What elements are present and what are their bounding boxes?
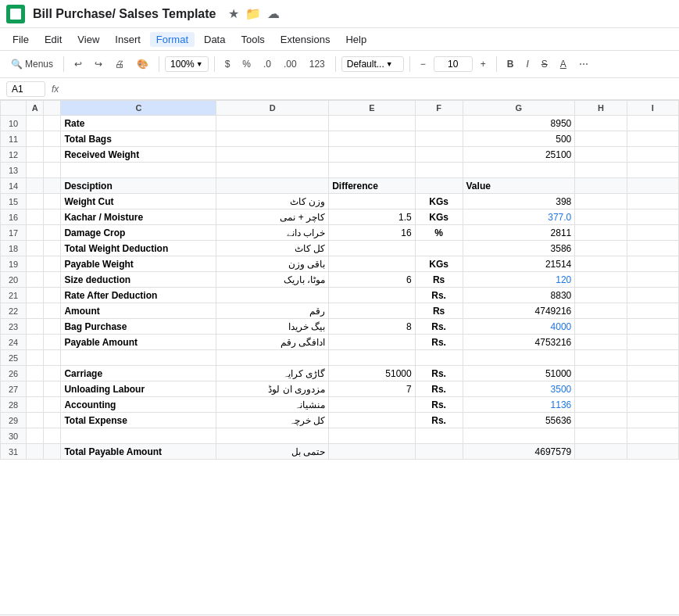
cell-d19[interactable]: باقی وزن: [216, 256, 329, 272]
cell-g18[interactable]: 3586: [463, 241, 575, 256]
col-header-e[interactable]: E: [329, 101, 416, 116]
cell-e24[interactable]: [329, 335, 416, 350]
cell-b19[interactable]: [44, 256, 61, 272]
cell-b21[interactable]: [44, 288, 61, 303]
cell-f29[interactable]: Rs.: [415, 413, 463, 428]
col-header-h[interactable]: H: [575, 101, 627, 116]
cell-c11[interactable]: Total Bags: [61, 131, 216, 147]
cell-c24[interactable]: Payable Amount: [61, 335, 216, 350]
italic-button[interactable]: I: [521, 56, 533, 72]
cell-i29[interactable]: [627, 413, 678, 428]
cell-f20[interactable]: Rs: [415, 272, 463, 288]
cell-a15[interactable]: [27, 194, 44, 210]
cell-i28[interactable]: [627, 397, 678, 413]
cell-c19[interactable]: Payable Weight: [61, 256, 216, 272]
cell-h17[interactable]: [575, 225, 627, 241]
cell-i16[interactable]: [627, 210, 678, 225]
cell-c20[interactable]: Size deduction: [61, 272, 216, 288]
cell-d31[interactable]: حتمی بل: [216, 444, 329, 460]
cell-h13[interactable]: [575, 163, 627, 178]
cell-e11[interactable]: [329, 131, 416, 147]
cell-i21[interactable]: [627, 288, 678, 303]
cell-e14[interactable]: Difference: [329, 178, 416, 194]
cell-c21[interactable]: Rate After Deduction: [61, 288, 216, 303]
cell-f19[interactable]: KGs: [415, 256, 463, 272]
cell-a23[interactable]: [27, 319, 44, 335]
cell-f18[interactable]: [415, 241, 463, 256]
print-button[interactable]: 🖨: [110, 56, 129, 72]
cell-b25[interactable]: [44, 350, 61, 366]
cell-a19[interactable]: [27, 256, 44, 272]
cell-d22[interactable]: رقم: [216, 303, 329, 319]
cell-i25[interactable]: [627, 350, 678, 366]
col-header-d[interactable]: D: [216, 101, 329, 116]
cell-a14[interactable]: [27, 178, 44, 194]
cell-i14[interactable]: [627, 178, 678, 194]
cell-b10[interactable]: [44, 116, 61, 131]
more-button[interactable]: ⋯: [574, 56, 593, 72]
cell-h25[interactable]: [575, 350, 627, 366]
cell-h11[interactable]: [575, 131, 627, 147]
menu-extensions[interactable]: Extensions: [274, 32, 337, 47]
cell-d23[interactable]: بیگ خریدا: [216, 319, 329, 335]
cell-b12[interactable]: [44, 147, 61, 163]
cell-d17[interactable]: خراب دانے: [216, 225, 329, 241]
cell-b30[interactable]: [44, 428, 61, 444]
cell-a11[interactable]: [27, 131, 44, 147]
font-select[interactable]: Default... ▼: [341, 56, 404, 72]
menus-button[interactable]: 🔍 Menus: [6, 56, 58, 72]
decimal-button[interactable]: .0: [259, 56, 276, 72]
col-header-i[interactable]: I: [627, 101, 678, 116]
cell-h23[interactable]: [575, 319, 627, 335]
menu-data[interactable]: Data: [198, 32, 231, 47]
font-size-plus-button[interactable]: +: [476, 56, 491, 72]
cell-i20[interactable]: [627, 272, 678, 288]
cell-g19[interactable]: 21514: [463, 256, 575, 272]
cell-c10[interactable]: Rate: [61, 116, 216, 131]
cell-b11[interactable]: [44, 131, 61, 147]
cell-f13[interactable]: [415, 163, 463, 178]
menu-view[interactable]: View: [71, 32, 105, 47]
cell-g29[interactable]: 55636: [463, 413, 575, 428]
cell-e30[interactable]: [329, 428, 416, 444]
cell-f21[interactable]: Rs.: [415, 288, 463, 303]
cell-a17[interactable]: [27, 225, 44, 241]
cell-h12[interactable]: [575, 147, 627, 163]
cell-d20[interactable]: موٹا، باریک: [216, 272, 329, 288]
cell-c17[interactable]: Damage Crop: [61, 225, 216, 241]
cell-c27[interactable]: Unloading Labour: [61, 381, 216, 397]
cell-c18[interactable]: Total Weight Deduction: [61, 241, 216, 256]
cell-e10[interactable]: [329, 116, 416, 131]
menu-tools[interactable]: Tools: [234, 32, 270, 47]
cell-h29[interactable]: [575, 413, 627, 428]
cell-f27[interactable]: Rs.: [415, 381, 463, 397]
col-header-c[interactable]: C: [61, 101, 216, 116]
cell-g31[interactable]: 4697579: [463, 444, 575, 460]
cell-b29[interactable]: [44, 413, 61, 428]
cell-a16[interactable]: [27, 210, 44, 225]
menu-help[interactable]: Help: [339, 32, 373, 47]
cell-c14[interactable]: Desciption: [61, 178, 216, 194]
cell-h22[interactable]: [575, 303, 627, 319]
cell-e23[interactable]: 8: [329, 319, 416, 335]
cell-h20[interactable]: [575, 272, 627, 288]
cell-i10[interactable]: [627, 116, 678, 131]
cell-g13[interactable]: [463, 163, 575, 178]
cell-f15[interactable]: KGs: [415, 194, 463, 210]
cell-i23[interactable]: [627, 319, 678, 335]
cell-a22[interactable]: [27, 303, 44, 319]
cell-d18[interactable]: کل کاٹ: [216, 241, 329, 256]
cell-d21[interactable]: [216, 288, 329, 303]
cell-h21[interactable]: [575, 288, 627, 303]
cell-g12[interactable]: 25100: [463, 147, 575, 163]
cell-b22[interactable]: [44, 303, 61, 319]
cell-i30[interactable]: [627, 428, 678, 444]
cell-c13[interactable]: [61, 163, 216, 178]
underline-button[interactable]: A: [556, 56, 571, 72]
cell-i15[interactable]: [627, 194, 678, 210]
cell-g28[interactable]: 1136: [463, 397, 575, 413]
cell-reference[interactable]: [6, 81, 45, 97]
cell-a20[interactable]: [27, 272, 44, 288]
cell-a31[interactable]: [27, 444, 44, 460]
col-header-b[interactable]: [44, 101, 61, 116]
